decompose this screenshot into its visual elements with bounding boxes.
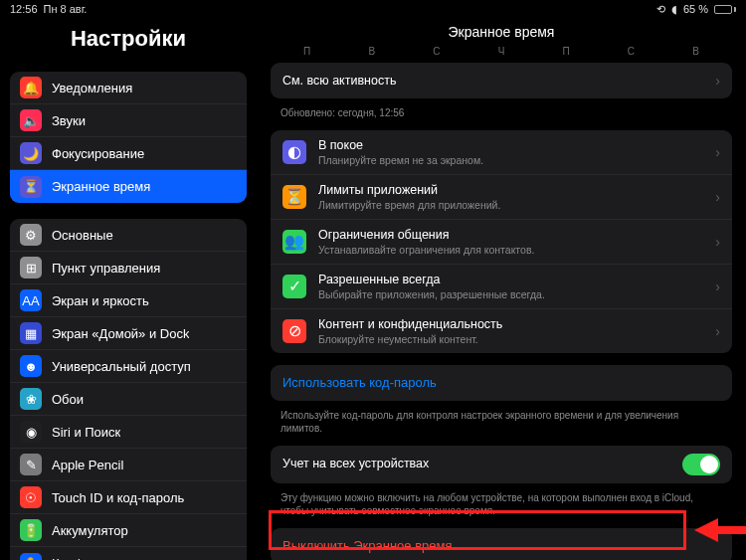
passcode-note: Используйте код‑пароль для контроля наст… [271,405,732,446]
sidebar-item-g1-3[interactable]: ⏳Экранное время [10,170,247,203]
feature-title: В покое [318,138,715,153]
share-across-devices-row[interactable]: Учет на всех устройствах [271,446,732,483]
sidebar-item-g1-1[interactable]: 🔈Звуки [10,104,247,137]
weekday-strip: ПВСЧПСВ [257,44,746,63]
sidebar-item-icon: ⚙ [20,224,42,246]
updated-note: Обновлено: сегодня, 12:56 [271,102,732,130]
sidebar-item-icon: AA [20,289,42,311]
use-passcode-row[interactable]: Использовать код‑пароль [271,365,732,401]
sidebar-item-label: Apple Pencil [52,458,123,472]
feature-title: Лимиты приложений [318,183,715,198]
sidebar: Настройки 🔔Уведомления🔈Звуки🌙Фокусирован… [0,18,257,560]
sidebar-item-label: Уведомления [52,81,132,95]
feature-icon: ✓ [282,275,306,298]
feature-subtitle: Блокируйте неуместный контент. [318,333,715,345]
sidebar-item-g2-1[interactable]: ⊞Пункт управления [10,252,247,284]
chevron-right-icon: › [715,189,720,205]
sidebar-item-label: Touch ID и код‑пароль [52,490,184,505]
feature-icon: ⊘ [282,319,306,343]
sidebar-item-icon: ☻ [20,355,42,377]
feature-title: Ограничения общения [318,228,715,243]
sidebar-item-g2-2[interactable]: AAЭкран и яркость [10,284,247,317]
weekday-label: С [628,46,635,57]
feature-row-0[interactable]: ◐В покоеПланируйте время не за экраном.› [271,130,732,175]
sidebar-title: Настройки [10,26,247,52]
weekday-label: Ч [498,46,505,57]
see-all-activity-row[interactable]: См. всю активность › [271,63,732,98]
feature-subtitle: Устанавливайте ограничения для контактов… [318,244,715,256]
feature-icon: ⏳ [282,185,306,209]
sidebar-item-icon: 🌙 [20,142,42,164]
feature-subtitle: Выбирайте приложения, разрешенные всегда… [318,288,715,300]
sidebar-item-icon: 🔋 [20,519,42,541]
feature-title: Разрешенные всегда [318,273,715,287]
sidebar-item-label: Экранное время [52,179,150,194]
sidebar-item-icon: ✋ [20,553,42,561]
turn-off-screentime-row[interactable]: Выключить Экранное время [271,528,732,561]
sidebar-item-label: Основные [52,228,113,243]
use-passcode-label: Использовать код‑пароль [282,375,437,390]
sidebar-item-g2-10[interactable]: ✋Конфиденциальность [10,547,247,560]
chevron-right-icon: › [715,73,720,89]
sidebar-item-g2-5[interactable]: ❀Обои [10,383,247,416]
feature-icon: ◐ [282,140,306,164]
turn-off-label: Выключить Экранное время [282,538,453,553]
sidebar-item-label: Обои [52,392,84,407]
sidebar-item-g1-0[interactable]: 🔔Уведомления [10,72,247,104]
sidebar-item-label: Фокусирование [52,146,144,161]
chevron-right-icon: › [715,279,720,294]
sidebar-item-label: Экран и яркость [52,293,149,308]
chevron-right-icon: › [715,144,720,160]
sidebar-item-label: Siri и Поиск [52,425,120,440]
feature-row-4[interactable]: ⊘Контент и конфиденциальностьБлокируйте … [271,309,732,353]
feature-subtitle: Планируйте время не за экраном. [318,154,715,166]
weekday-label: В [692,46,699,57]
sidebar-item-icon: 🔔 [20,77,42,98]
detail-pane: Экранное время ПВСЧПСВ См. всю активност… [257,18,746,560]
sidebar-item-icon: ▦ [20,322,42,344]
sidebar-item-label: Экран «Домой» и Dock [52,326,189,341]
feature-row-1[interactable]: ⏳Лимиты приложенийЛимитируйте время для … [271,175,732,220]
sidebar-item-icon: 🔈 [20,109,42,131]
sidebar-item-g2-0[interactable]: ⚙Основные [10,219,247,252]
sidebar-item-g2-6[interactable]: ◉Siri и Поиск [10,416,247,449]
battery-icon [714,5,736,14]
chevron-right-icon: › [715,234,720,250]
status-time: 12:56 [10,3,38,15]
feature-row-2[interactable]: 👥Ограничения общенияУстанавливайте огран… [271,220,732,265]
sidebar-item-label: Звуки [52,113,86,128]
weekday-label: П [562,46,569,57]
feature-icon: 👥 [282,230,306,254]
status-bar: 12:56 Пн 8 авг. ⟲ ◖ 65 % [0,0,746,18]
sidebar-item-icon: ⊞ [20,257,42,279]
feature-title: Контент и конфиденциальность [318,317,715,332]
sidebar-item-g2-8[interactable]: ☉Touch ID и код‑пароль [10,481,247,514]
share-note: Эту функцию можно включить на любом устр… [271,487,732,528]
sidebar-item-label: Универсальный доступ [52,359,191,374]
share-toggle[interactable] [682,454,720,475]
sidebar-item-g2-3[interactable]: ▦Экран «Домой» и Dock [10,317,247,350]
sidebar-item-g2-7[interactable]: ✎Apple Pencil [10,449,247,481]
sidebar-item-icon: ✎ [20,454,42,475]
weekday-label: С [433,46,440,57]
sidebar-item-icon: ❀ [20,388,42,410]
sidebar-item-icon: ◉ [20,421,42,443]
sidebar-item-icon: ☉ [20,486,42,508]
feature-subtitle: Лимитируйте время для приложений. [318,199,715,211]
dnd-icon: ◖ [671,3,677,16]
sidebar-item-label: Аккумулятор [52,523,128,538]
sidebar-item-g2-4[interactable]: ☻Универсальный доступ [10,350,247,383]
status-date: Пн 8 авг. [44,3,88,15]
weekday-label: В [368,46,375,57]
orientation-lock-icon: ⟲ [656,3,665,16]
weekday-label: П [303,46,310,57]
sidebar-item-label: Пункт управления [52,261,160,276]
sidebar-item-g2-9[interactable]: 🔋Аккумулятор [10,514,247,547]
sidebar-item-label: Конфиденциальность [52,556,183,560]
feature-row-3[interactable]: ✓Разрешенные всегдаВыбирайте приложения,… [271,265,732,309]
chevron-right-icon: › [715,323,720,339]
see-all-activity-label: См. всю активность [282,74,715,89]
sidebar-item-icon: ⏳ [20,176,42,198]
sidebar-item-g1-2[interactable]: 🌙Фокусирование [10,137,247,170]
page-title: Экранное время [257,18,746,44]
